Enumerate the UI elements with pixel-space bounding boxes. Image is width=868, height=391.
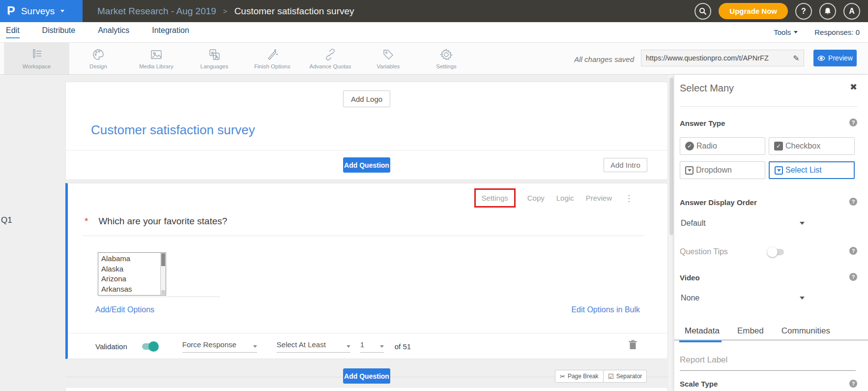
toolbar-item-media-library[interactable]: Media Library — [127, 43, 185, 74]
report-label-input[interactable]: Report Label — [680, 355, 856, 371]
question-text[interactable]: Which are your favorite states? — [98, 216, 227, 227]
main-scrollbar-thumb[interactable] — [669, 78, 673, 235]
question-action-copy[interactable]: Copy — [527, 194, 545, 202]
tab-metadata[interactable]: Metadata — [685, 325, 720, 339]
answer-type-label-text: Select List — [785, 166, 822, 175]
divider — [66, 150, 667, 150]
answer-type-dropdown[interactable]: Dropdown — [680, 161, 765, 179]
separator-button[interactable]: ☑ Separator — [603, 370, 647, 383]
toolbar-item-label: Advance Quotas — [309, 63, 351, 69]
help-icon[interactable] — [849, 273, 857, 281]
tab-distribute[interactable]: Distribute — [42, 26, 76, 38]
help-button[interactable]: ? — [795, 3, 812, 20]
help-icon[interactable] — [849, 380, 857, 388]
metadata-tabs: Metadata Embed Communities — [674, 325, 868, 341]
survey-header-card: Add Logo Customer satisfaction survey Ad… — [65, 82, 668, 180]
separator-label: Separator — [616, 373, 642, 380]
workspace-icon — [30, 48, 43, 61]
listbox-underline — [99, 297, 220, 297]
toolbar-item-finish-options[interactable]: Finish Options — [243, 43, 301, 74]
answer-type-options: ✓ Radio ✓ Checkbox Dropdown Select List — [680, 137, 855, 179]
delete-question-button[interactable] — [629, 340, 637, 351]
validation-rule-value: Force Response — [182, 340, 236, 349]
upgrade-button[interactable]: Upgrade Now — [719, 3, 788, 19]
help-icon[interactable] — [849, 119, 857, 126]
answer-type-label-text: Radio — [696, 142, 717, 150]
answer-display-order-value: Default — [681, 219, 706, 228]
add-edit-options-link[interactable]: Add/Edit Options — [95, 305, 154, 314]
validation-total-label: of 51 — [395, 342, 411, 351]
questionpro-logo-icon: P — [7, 5, 15, 17]
validation-rule-dropdown[interactable]: Force Response — [182, 340, 257, 353]
chevron-down-icon — [347, 345, 350, 348]
validation-count-value: 1 — [360, 340, 364, 349]
answer-type-select-list[interactable]: Select List — [769, 161, 855, 179]
answer-type-checkbox[interactable]: ✓ Checkbox — [769, 137, 855, 155]
validation-condition-dropdown[interactable]: Select At Least — [277, 340, 350, 353]
add-question-button-bottom[interactable]: Add Question — [343, 368, 390, 384]
notifications-button[interactable] — [819, 3, 836, 20]
eye-icon — [817, 56, 825, 61]
tools-menu[interactable]: Tools — [774, 28, 798, 36]
validation-toggle[interactable] — [142, 343, 158, 350]
help-icon[interactable] — [849, 247, 857, 255]
list-scrollbar[interactable] — [160, 253, 166, 295]
toolbar-item-variables[interactable]: Variables — [359, 43, 417, 74]
tab-embed[interactable]: Embed — [737, 325, 764, 339]
toolbar-item-advance-quotas[interactable]: Advance Quotas — [301, 43, 359, 74]
tab-communities[interactable]: Communities — [781, 325, 830, 339]
add-question-button-top[interactable]: Add Question — [343, 157, 390, 173]
validation-row: Validation Force Response Select At Leas… — [85, 338, 411, 355]
more-options-icon[interactable]: ⋮ — [625, 193, 633, 203]
product-menu[interactable]: P Surveys — [0, 0, 83, 22]
list-option[interactable]: Arizona — [101, 274, 158, 284]
main-scrollbar[interactable] — [668, 75, 674, 391]
help-icon[interactable] — [849, 198, 857, 206]
next-question-card-edge — [65, 387, 668, 391]
preview-button[interactable]: Preview — [813, 50, 857, 66]
list-option[interactable]: Arkansas — [101, 284, 158, 295]
page-break-button[interactable]: ✂ Page Break — [555, 370, 604, 383]
question-action-logic[interactable]: Logic — [556, 194, 574, 202]
add-logo-button[interactable]: Add Logo — [343, 90, 390, 107]
video-dropdown[interactable]: None — [681, 294, 805, 302]
tab-integration[interactable]: Integration — [152, 26, 189, 38]
breadcrumb-folder[interactable]: Market Research - Aug 2019 — [97, 6, 216, 17]
answer-display-order-dropdown[interactable]: Default — [681, 219, 805, 228]
answer-type-radio[interactable]: ✓ Radio — [680, 137, 765, 155]
survey-title[interactable]: Customer satisfaction survey — [91, 122, 255, 138]
question-text-underline — [83, 236, 644, 236]
tools-label: Tools — [774, 28, 791, 36]
list-scrollbar-thumb[interactable] — [161, 253, 165, 266]
survey-url-value[interactable]: https://www.questionpro.com/t/APNrFZ — [641, 54, 789, 62]
search-button[interactable] — [694, 3, 711, 20]
panel-title: Select Many — [680, 83, 734, 94]
add-intro-button[interactable]: Add Intro — [604, 158, 647, 172]
question-action-preview[interactable]: Preview — [586, 194, 612, 202]
toolbar-item-settings[interactable]: Settings — [417, 43, 475, 74]
close-icon[interactable]: ✖ — [850, 82, 857, 92]
answer-type-label-text: Dropdown — [696, 166, 732, 175]
list-option[interactable]: Alaska — [101, 264, 158, 274]
toolbar-item-design[interactable]: Design — [69, 43, 127, 74]
tab-edit[interactable]: Edit — [6, 26, 20, 38]
toolbar-item-workspace[interactable]: Workspace — [4, 43, 69, 74]
avatar-button[interactable]: A — [843, 3, 860, 20]
edit-options-bulk-link[interactable]: Edit Options in Bulk — [571, 305, 640, 314]
tab-analytics[interactable]: Analytics — [98, 26, 129, 38]
question-tips-toggle[interactable] — [768, 249, 784, 255]
tag-icon — [382, 48, 395, 61]
active-tab-underline — [679, 340, 722, 342]
question-action-settings[interactable]: Settings — [482, 194, 508, 202]
validation-count-dropdown[interactable]: 1 — [360, 340, 384, 353]
validation-label: Validation — [95, 342, 127, 351]
required-marker: * — [85, 216, 88, 227]
answer-select-list[interactable]: Alabama Alaska Arizona Arkansas — [98, 252, 166, 296]
chevron-down-icon — [794, 31, 798, 33]
edit-url-pencil-icon[interactable]: ✎ — [789, 54, 804, 63]
svg-text:A: A — [215, 54, 218, 59]
toolbar-item-languages[interactable]: xA Languages — [185, 43, 243, 74]
list-option[interactable]: Alabama — [101, 254, 158, 264]
survey-url-field[interactable]: https://www.questionpro.com/t/APNrFZ ✎ — [641, 50, 804, 66]
trash-icon — [629, 340, 637, 350]
